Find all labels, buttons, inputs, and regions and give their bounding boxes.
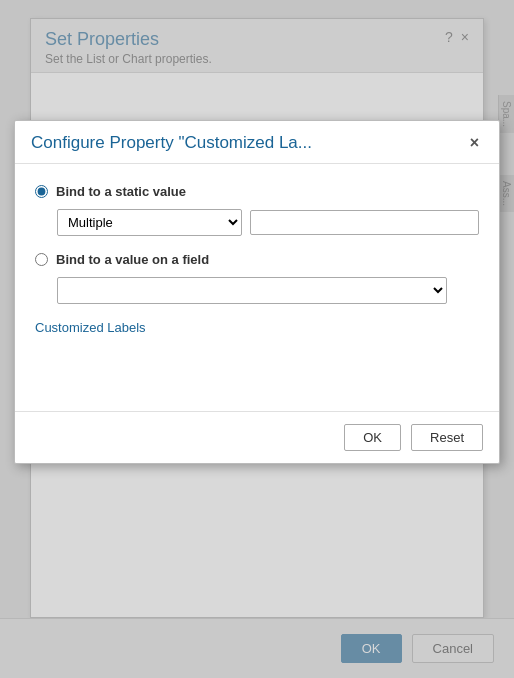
static-value-text-input[interactable] (250, 210, 479, 235)
field-select-row (57, 277, 479, 304)
customized-labels-link[interactable]: Customized Labels (35, 320, 479, 335)
modal-title: Configure Property "Customized La... (31, 133, 312, 153)
field-value-label[interactable]: Bind to a value on a field (56, 252, 209, 267)
field-value-radio[interactable] (35, 253, 48, 266)
field-value-option-row: Bind to a value on a field (35, 252, 479, 267)
configure-property-modal: Configure Property "Customized La... × B… (14, 120, 500, 464)
modal-body: Bind to a static value Multiple Single N… (15, 164, 499, 411)
modal-close-button[interactable]: × (466, 134, 483, 152)
modal-ok-button[interactable]: OK (344, 424, 401, 451)
static-value-option-row: Bind to a static value (35, 184, 479, 199)
modal-header: Configure Property "Customized La... × (15, 121, 499, 164)
field-dropdown[interactable] (57, 277, 447, 304)
static-value-label[interactable]: Bind to a static value (56, 184, 186, 199)
static-value-controls: Multiple Single None (57, 209, 479, 236)
modal-reset-button[interactable]: Reset (411, 424, 483, 451)
static-value-radio[interactable] (35, 185, 48, 198)
modal-footer: OK Reset (15, 411, 499, 463)
multiple-select-dropdown[interactable]: Multiple Single None (57, 209, 242, 236)
